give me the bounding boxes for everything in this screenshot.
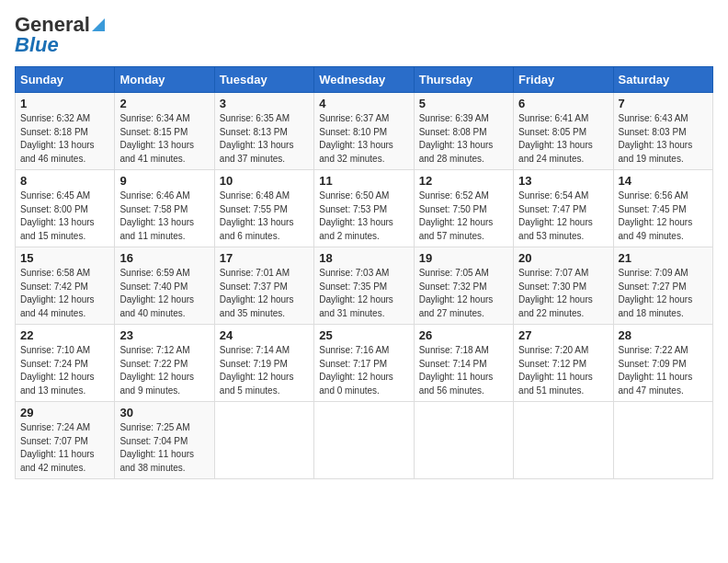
day-detail: Sunrise: 6:58 AMSunset: 7:42 PMDaylight:… [20, 267, 109, 320]
calendar-cell-w4-d5: 26Sunrise: 7:18 AMSunset: 7:14 PMDayligh… [414, 325, 513, 402]
calendar-cell-w3-d2: 16Sunrise: 6:59 AMSunset: 7:40 PMDayligh… [115, 247, 214, 325]
day-number: 15 [20, 251, 109, 265]
calendar-cell-w3-d1: 15Sunrise: 6:58 AMSunset: 7:42 PMDayligh… [16, 247, 115, 325]
calendar-header-row: SundayMondayTuesdayWednesdayThursdayFrid… [16, 67, 713, 93]
calendar-cell-w2-d1: 8Sunrise: 6:45 AMSunset: 8:00 PMDaylight… [16, 170, 115, 247]
calendar-cell-w1-d6: 6Sunrise: 6:41 AMSunset: 8:05 PMDaylight… [514, 93, 613, 170]
day-number: 24 [220, 328, 309, 342]
day-detail: Sunrise: 7:05 AMSunset: 7:32 PMDaylight:… [419, 267, 508, 320]
calendar-cell-w3-d6: 20Sunrise: 7:07 AMSunset: 7:30 PMDayligh… [514, 247, 613, 325]
day-detail: Sunrise: 6:50 AMSunset: 7:53 PMDaylight:… [319, 190, 408, 243]
calendar-cell-w5-d2: 30Sunrise: 7:25 AMSunset: 7:04 PMDayligh… [115, 402, 214, 479]
day-number: 11 [319, 174, 408, 188]
day-number: 23 [119, 328, 209, 342]
day-number: 7 [619, 97, 708, 110]
day-number: 18 [319, 251, 408, 265]
day-detail: Sunrise: 6:37 AMSunset: 8:10 PMDaylight:… [319, 112, 408, 166]
week-row-5: 29Sunrise: 7:24 AMSunset: 7:07 PMDayligh… [16, 402, 713, 479]
day-detail: Sunrise: 6:43 AMSunset: 8:03 PMDaylight:… [619, 112, 708, 166]
day-detail: Sunrise: 6:39 AMSunset: 8:08 PMDaylight:… [419, 112, 508, 166]
calendar-cell-w3-d7: 21Sunrise: 7:09 AMSunset: 7:27 PMDayligh… [613, 247, 712, 325]
day-number: 6 [518, 97, 608, 110]
day-number: 5 [419, 97, 508, 110]
day-number: 12 [419, 174, 508, 188]
day-detail: Sunrise: 6:46 AMSunset: 7:58 PMDaylight:… [119, 190, 209, 243]
day-number: 26 [419, 328, 508, 342]
day-number: 16 [119, 251, 209, 265]
day-detail: Sunrise: 7:09 AMSunset: 7:27 PMDaylight:… [619, 267, 708, 320]
calendar-cell-w5-d3 [214, 402, 313, 479]
calendar-cell-w2-d6: 13Sunrise: 6:54 AMSunset: 7:47 PMDayligh… [514, 170, 613, 247]
day-detail: Sunrise: 7:10 AMSunset: 7:24 PMDaylight:… [20, 344, 109, 397]
day-number: 1 [20, 97, 109, 110]
day-number: 28 [619, 328, 708, 342]
day-detail: Sunrise: 6:35 AMSunset: 8:13 PMDaylight:… [220, 112, 309, 166]
header-saturday: Saturday [613, 67, 712, 93]
calendar-cell-w4-d6: 27Sunrise: 7:20 AMSunset: 7:12 PMDayligh… [514, 325, 613, 402]
day-detail: Sunrise: 7:07 AMSunset: 7:30 PMDaylight:… [518, 267, 608, 320]
day-detail: Sunrise: 7:22 AMSunset: 7:09 PMDaylight:… [619, 344, 708, 397]
calendar-cell-w3-d5: 19Sunrise: 7:05 AMSunset: 7:32 PMDayligh… [414, 247, 513, 325]
logo: General Blue [15, 15, 105, 55]
day-detail: Sunrise: 6:45 AMSunset: 8:00 PMDaylight:… [20, 190, 109, 243]
day-detail: Sunrise: 6:56 AMSunset: 7:45 PMDaylight:… [619, 190, 708, 243]
header-sunday: Sunday [16, 67, 115, 93]
day-detail: Sunrise: 7:03 AMSunset: 7:35 PMDaylight:… [319, 267, 408, 320]
header-tuesday: Tuesday [214, 67, 313, 93]
calendar-cell-w5-d7 [613, 402, 712, 479]
calendar-cell-w1-d1: 1Sunrise: 6:32 AMSunset: 8:18 PMDaylight… [16, 93, 115, 170]
calendar-cell-w4-d3: 24Sunrise: 7:14 AMSunset: 7:19 PMDayligh… [214, 325, 313, 402]
page-header: General Blue [15, 15, 713, 55]
day-number: 14 [619, 174, 708, 188]
calendar-cell-w5-d1: 29Sunrise: 7:24 AMSunset: 7:07 PMDayligh… [16, 402, 115, 479]
day-detail: Sunrise: 6:48 AMSunset: 7:55 PMDaylight:… [220, 190, 309, 243]
day-number: 27 [518, 328, 608, 342]
day-detail: Sunrise: 6:54 AMSunset: 7:47 PMDaylight:… [518, 190, 608, 243]
calendar-cell-w2-d7: 14Sunrise: 6:56 AMSunset: 7:45 PMDayligh… [613, 170, 712, 247]
header-wednesday: Wednesday [314, 67, 414, 93]
day-number: 17 [220, 251, 309, 265]
calendar-cell-w5-d5 [414, 402, 513, 479]
day-number: 4 [319, 97, 408, 110]
week-row-3: 15Sunrise: 6:58 AMSunset: 7:42 PMDayligh… [16, 247, 713, 325]
logo-general-text: General [15, 15, 90, 35]
day-number: 25 [319, 328, 408, 342]
calendar-cell-w5-d4 [314, 402, 414, 479]
day-number: 19 [419, 251, 508, 265]
day-number: 21 [619, 251, 708, 265]
calendar-cell-w5-d6 [514, 402, 613, 479]
week-row-4: 22Sunrise: 7:10 AMSunset: 7:24 PMDayligh… [16, 325, 713, 402]
logo-blue-text: Blue [15, 35, 59, 55]
day-number: 9 [119, 174, 209, 188]
calendar-cell-w2-d5: 12Sunrise: 6:52 AMSunset: 7:50 PMDayligh… [414, 170, 513, 247]
calendar-cell-w1-d7: 7Sunrise: 6:43 AMSunset: 8:03 PMDaylight… [613, 93, 712, 170]
day-detail: Sunrise: 7:14 AMSunset: 7:19 PMDaylight:… [220, 344, 309, 397]
day-detail: Sunrise: 7:16 AMSunset: 7:17 PMDaylight:… [319, 344, 408, 397]
calendar-cell-w4-d2: 23Sunrise: 7:12 AMSunset: 7:22 PMDayligh… [115, 325, 214, 402]
day-number: 30 [119, 406, 209, 419]
calendar-cell-w4-d7: 28Sunrise: 7:22 AMSunset: 7:09 PMDayligh… [613, 325, 712, 402]
day-detail: Sunrise: 6:34 AMSunset: 8:15 PMDaylight:… [119, 112, 209, 166]
logo-arrow-icon [92, 18, 105, 31]
calendar-cell-w1-d3: 3Sunrise: 6:35 AMSunset: 8:13 PMDaylight… [214, 93, 313, 170]
day-detail: Sunrise: 7:25 AMSunset: 7:04 PMDaylight:… [119, 421, 209, 475]
calendar-cell-w1-d4: 4Sunrise: 6:37 AMSunset: 8:10 PMDaylight… [314, 93, 414, 170]
day-detail: Sunrise: 6:52 AMSunset: 7:50 PMDaylight:… [419, 190, 508, 243]
calendar-table: SundayMondayTuesdayWednesdayThursdayFrid… [15, 66, 713, 479]
day-detail: Sunrise: 7:12 AMSunset: 7:22 PMDaylight:… [119, 344, 209, 397]
calendar-cell-w3-d4: 18Sunrise: 7:03 AMSunset: 7:35 PMDayligh… [314, 247, 414, 325]
week-row-2: 8Sunrise: 6:45 AMSunset: 8:00 PMDaylight… [16, 170, 713, 247]
calendar-cell-w2-d2: 9Sunrise: 6:46 AMSunset: 7:58 PMDaylight… [115, 170, 214, 247]
day-number: 10 [220, 174, 309, 188]
day-number: 13 [518, 174, 608, 188]
day-detail: Sunrise: 7:24 AMSunset: 7:07 PMDaylight:… [20, 421, 109, 475]
day-detail: Sunrise: 7:20 AMSunset: 7:12 PMDaylight:… [518, 344, 608, 397]
calendar-cell-w1-d2: 2Sunrise: 6:34 AMSunset: 8:15 PMDaylight… [115, 93, 214, 170]
calendar-cell-w4-d4: 25Sunrise: 7:16 AMSunset: 7:17 PMDayligh… [314, 325, 414, 402]
day-number: 20 [518, 251, 608, 265]
day-number: 8 [20, 174, 109, 188]
day-number: 22 [20, 328, 109, 342]
day-detail: Sunrise: 6:32 AMSunset: 8:18 PMDaylight:… [20, 112, 109, 166]
calendar-cell-w1-d5: 5Sunrise: 6:39 AMSunset: 8:08 PMDaylight… [414, 93, 513, 170]
day-detail: Sunrise: 6:41 AMSunset: 8:05 PMDaylight:… [518, 112, 608, 166]
